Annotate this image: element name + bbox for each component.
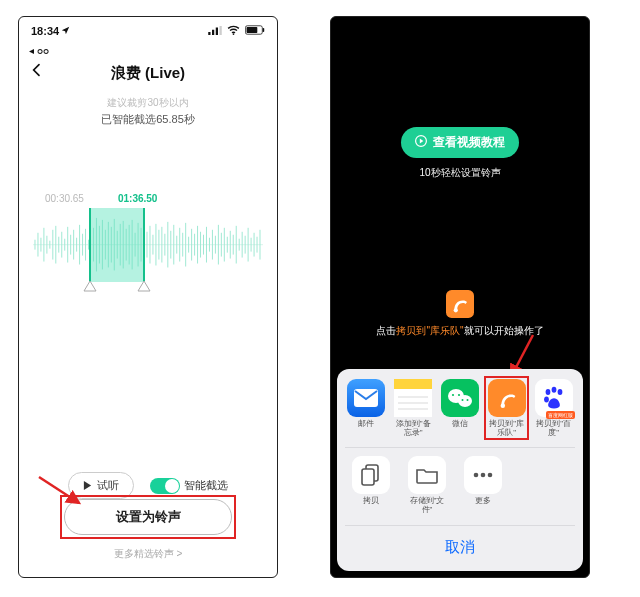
folder-icon (408, 456, 446, 494)
status-time: 18:34 (31, 25, 59, 37)
svg-point-33 (488, 473, 493, 478)
share-sheet: 邮件 添加到"备忘录" 微信 (337, 369, 583, 571)
time-end: 01:36.50 (118, 193, 157, 204)
action-more[interactable]: 更多 (461, 456, 505, 515)
svg-rect-6 (247, 27, 258, 33)
svg-point-4 (233, 33, 235, 35)
handle-left-icon[interactable] (83, 280, 97, 292)
share-app-garageband[interactable]: 拷贝到"库乐队" (487, 379, 526, 438)
more-icon (464, 456, 502, 494)
tutorial-label: 查看视频教程 (433, 134, 505, 151)
action-save-files[interactable]: 存储到"文件" (405, 456, 449, 515)
svg-rect-30 (362, 469, 374, 485)
mail-icon (347, 379, 385, 417)
svg-rect-2 (216, 28, 218, 36)
preview-label: 试听 (97, 478, 119, 493)
hint-30s: 建议裁剪30秒以内 (19, 96, 277, 110)
nav-bar: 浪费 (Live) (19, 56, 277, 90)
svg-point-11 (454, 308, 458, 312)
range-handles (83, 280, 151, 292)
time-start: 00:30.65 (45, 193, 84, 204)
phone-editor: 18:34 ◂ ᴏᴏ (18, 16, 278, 578)
svg-point-20 (452, 394, 454, 396)
svg-point-27 (557, 389, 562, 395)
notes-icon (394, 379, 432, 417)
garageband-icon (488, 379, 526, 417)
play-circle-icon (415, 135, 427, 150)
annotation-arrow-icon (35, 473, 95, 511)
svg-rect-13 (394, 379, 432, 389)
instruction-highlight: 拷贝到"库乐队" (396, 325, 463, 336)
signal-icon (208, 25, 222, 37)
tutorial-sub: 10秒轻松设置铃声 (419, 166, 500, 180)
svg-point-23 (466, 399, 468, 401)
share-app-mail[interactable]: 邮件 (347, 379, 386, 438)
selection-range[interactable] (89, 208, 145, 282)
hint-duration: 已智能截选65.85秒 (19, 112, 277, 127)
baidu-icon: 百度网红版 (535, 379, 573, 417)
share-app-baidu[interactable]: 百度网红版 拷贝到"百度" (534, 379, 573, 438)
waveform-svg (33, 208, 263, 281)
tutorial-area: 查看视频教程 10秒轻松设置铃声 点击拷贝到"库乐队"就可以开始操作了 (331, 17, 589, 338)
time-labels: 00:30.65 01:36.50 (19, 193, 277, 204)
share-action-row: 拷贝 存储到"文件" 更多 (345, 447, 575, 525)
copy-icon (352, 456, 390, 494)
location-icon (61, 25, 70, 37)
tutorial-button[interactable]: 查看视频教程 (401, 127, 519, 158)
cancel-button[interactable]: 取消 (345, 525, 575, 571)
svg-rect-10 (446, 290, 474, 318)
wifi-icon (227, 25, 240, 37)
svg-point-28 (544, 396, 549, 402)
waveform[interactable] (33, 208, 263, 282)
page-title: 浪费 (Live) (111, 64, 185, 83)
svg-point-24 (500, 403, 504, 407)
toggle-switch-icon (150, 478, 180, 494)
wechat-icon (441, 379, 479, 417)
handle-right-icon[interactable] (137, 280, 151, 292)
svg-rect-3 (220, 26, 222, 35)
battery-icon (245, 25, 265, 37)
smart-trim-toggle[interactable]: 智能截选 (150, 478, 228, 494)
svg-rect-1 (212, 30, 214, 35)
status-bar: 18:34 (19, 17, 277, 45)
more-ringtones-link[interactable]: 更多精选铃声 > (19, 547, 277, 561)
svg-point-31 (474, 473, 479, 478)
svg-point-19 (458, 395, 472, 407)
garageband-mini-icon (446, 290, 474, 318)
toggle-label: 智能截选 (184, 478, 228, 493)
svg-point-26 (551, 387, 556, 393)
svg-rect-0 (208, 32, 210, 35)
svg-point-25 (545, 389, 550, 395)
svg-point-21 (458, 394, 460, 396)
svg-point-32 (481, 473, 486, 478)
phone-share-sheet: 查看视频教程 10秒轻松设置铃声 点击拷贝到"库乐队"就可以开始操作了 邮件 (330, 16, 590, 578)
share-app-wechat[interactable]: 微信 (441, 379, 480, 438)
share-app-notes[interactable]: 添加到"备忘录" (394, 379, 433, 438)
back-icon[interactable] (29, 62, 45, 82)
share-app-row: 邮件 添加到"备忘录" 微信 (345, 379, 575, 448)
back-to-app[interactable]: ◂ ᴏᴏ (19, 45, 277, 56)
svg-point-22 (461, 399, 463, 401)
action-copy[interactable]: 拷贝 (349, 456, 393, 515)
svg-rect-7 (263, 28, 265, 32)
